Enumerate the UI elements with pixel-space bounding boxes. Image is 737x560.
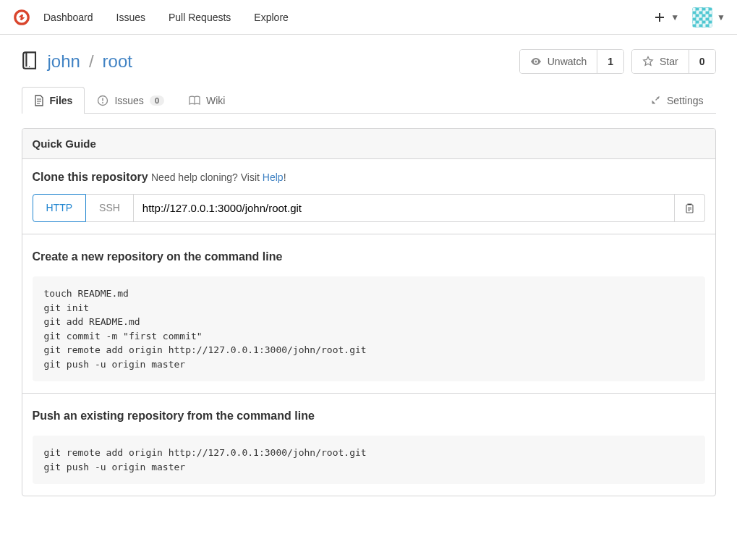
- file-icon: [34, 95, 44, 106]
- tools-icon: [649, 95, 661, 106]
- create-repo-section: Create a new repository on the command l…: [22, 234, 715, 394]
- repo-header: john / root Unwatch 1 Star: [22, 49, 716, 74]
- clone-url-group: HTTP SSH: [33, 194, 705, 222]
- owner-link[interactable]: john: [48, 51, 80, 72]
- quick-guide-panel: Quick Guide Clone this repository Need h…: [22, 128, 716, 496]
- clone-heading: Clone this repository Need help cloning?…: [33, 171, 705, 184]
- topbar-right: ▼ ▼: [655, 7, 725, 27]
- tab-settings-label: Settings: [667, 95, 704, 106]
- create-code-block[interactable]: touch README.md git init git add README.…: [33, 276, 705, 381]
- repo-title: john / root: [22, 51, 132, 72]
- page-container: john / root Unwatch 1 Star: [7, 35, 730, 511]
- repo-actions: Unwatch 1 Star 0: [519, 49, 716, 74]
- topbar: Dashboard Issues Pull Requests Explore ▼…: [0, 0, 737, 35]
- breadcrumb-sep: /: [89, 51, 94, 72]
- svg-point-0: [28, 66, 29, 67]
- eye-icon: [530, 56, 542, 67]
- help-prefix: Need help cloning? Visit: [151, 171, 263, 183]
- tab-settings[interactable]: Settings: [637, 87, 716, 114]
- copy-url-button[interactable]: [675, 194, 705, 222]
- gogs-logo[interactable]: [12, 7, 32, 27]
- push-code-block[interactable]: git remote add origin http://127.0.0.1:3…: [33, 436, 705, 484]
- create-heading: Create a new repository on the command l…: [33, 250, 705, 263]
- book-icon: [189, 96, 200, 106]
- watch-count[interactable]: 1: [597, 50, 623, 73]
- clone-section: Clone this repository Need help cloning?…: [22, 159, 715, 234]
- push-repo-section: Push an existing repository from the com…: [22, 394, 715, 496]
- avatar: [692, 7, 712, 27]
- issue-icon: [97, 95, 108, 106]
- user-menu[interactable]: ▼: [692, 7, 725, 27]
- tab-wiki-label: Wiki: [206, 95, 225, 106]
- tab-issues[interactable]: Issues 0: [85, 87, 176, 114]
- plus-icon: [655, 12, 665, 22]
- tab-files-label: Files: [50, 95, 73, 106]
- clone-ssh-tab[interactable]: SSH: [86, 194, 134, 222]
- clone-http-tab[interactable]: HTTP: [33, 194, 87, 222]
- nav-dashboard[interactable]: Dashboard: [43, 12, 93, 23]
- tab-issues-label: Issues: [114, 95, 143, 106]
- caret-down-icon: ▼: [670, 12, 679, 22]
- topnav: Dashboard Issues Pull Requests Explore: [43, 12, 655, 23]
- repo-icon: [22, 51, 39, 72]
- caret-down-icon: ▼: [717, 12, 725, 22]
- tab-files[interactable]: Files: [22, 87, 85, 114]
- nav-issues[interactable]: Issues: [116, 12, 145, 23]
- svg-point-3: [103, 102, 104, 103]
- push-heading: Push an existing repository from the com…: [33, 410, 705, 423]
- star-button[interactable]: Star 0: [631, 49, 715, 74]
- star-count[interactable]: 0: [689, 50, 715, 73]
- tab-wiki[interactable]: Wiki: [176, 87, 237, 114]
- repo-tabs: Files Issues 0 Wiki Settings: [22, 87, 716, 114]
- quick-guide-header: Quick Guide: [22, 129, 715, 159]
- repo-link[interactable]: root: [103, 51, 132, 72]
- svg-point-1: [534, 61, 537, 63]
- create-menu[interactable]: ▼: [655, 12, 679, 22]
- issues-count-badge: 0: [150, 96, 164, 106]
- unwatch-button[interactable]: Unwatch 1: [519, 49, 624, 74]
- unwatch-label: Unwatch: [548, 56, 587, 67]
- clone-url-input[interactable]: [134, 194, 675, 222]
- star-icon: [642, 56, 654, 67]
- clipboard-icon: [683, 203, 695, 214]
- help-link[interactable]: Help: [263, 171, 284, 183]
- help-suffix: !: [284, 171, 286, 183]
- nav-explore[interactable]: Explore: [254, 12, 288, 23]
- star-label: Star: [660, 56, 678, 67]
- nav-pulls[interactable]: Pull Requests: [169, 12, 231, 23]
